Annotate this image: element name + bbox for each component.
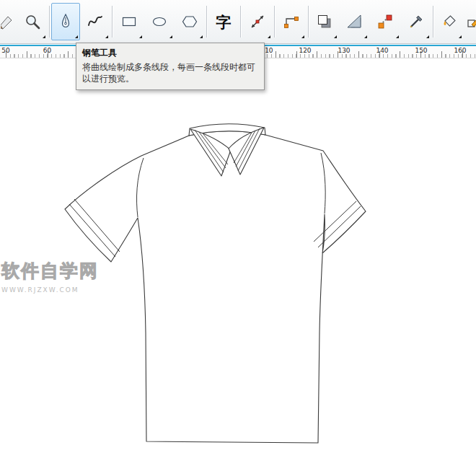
flyout-arrow-icon <box>364 35 367 38</box>
ruler-number: 150 <box>415 47 427 54</box>
rectangle-tool-button[interactable] <box>114 3 144 40</box>
toolbar-separator <box>112 6 113 38</box>
shirt-outline <box>65 131 366 443</box>
eyedropper-icon <box>407 13 425 30</box>
ruler-number: 50 <box>1 47 9 54</box>
ruler-number: 140 <box>376 47 388 54</box>
tooltip-title: 钢笔工具 <box>82 47 258 59</box>
toolbar-separator <box>274 6 275 38</box>
flyout-arrow-icon <box>334 35 337 38</box>
vector-editor-window: 字 <box>0 0 476 458</box>
flyout-arrow-icon <box>268 35 270 38</box>
text-tool-glyph: 字 <box>216 14 232 30</box>
zoom-tool-button[interactable] <box>17 3 48 40</box>
flyout-arrow-icon <box>75 35 78 38</box>
color-eyedropper-tool-button[interactable] <box>401 3 431 40</box>
drop-shadow-tool-button[interactable] <box>310 3 339 40</box>
text-tool-button[interactable]: 字 <box>208 3 239 40</box>
pen-tool-tooltip: 钢笔工具 将曲线绘制成多条线段，每画一条线段时都可以进行预览。 <box>76 43 265 90</box>
flyout-arrow-icon <box>169 35 172 38</box>
rectangle-icon <box>120 13 138 30</box>
connector-tool-button[interactable] <box>276 3 307 40</box>
crop-knife-tool-button[interactable] <box>0 3 17 40</box>
smart-fill-tool-button[interactable] <box>435 3 464 40</box>
tooltip-body: 将曲线绘制成多条线段，每画一条线段时都可以进行预览。 <box>82 61 258 84</box>
dimension-arrow-icon <box>249 13 266 30</box>
blend-tool-button[interactable] <box>369 3 401 40</box>
magnifier-icon <box>24 13 41 30</box>
flyout-arrow-icon <box>459 35 462 38</box>
pen-tool-button[interactable] <box>51 3 80 40</box>
contour-tool-button[interactable] <box>339 3 369 40</box>
polygon-icon <box>181 13 198 30</box>
flyout-arrow-icon <box>426 35 429 38</box>
paint-bucket-icon <box>441 13 458 30</box>
toolbar-separator <box>433 6 433 38</box>
drop-shadow-icon <box>316 13 333 30</box>
outline-pen-icon <box>466 13 476 30</box>
flyout-arrow-icon <box>105 35 108 38</box>
toolbar: 字 <box>0 0 476 44</box>
flyout-arrow-icon <box>139 35 142 38</box>
ellipse-icon <box>151 13 168 30</box>
contour-icon <box>345 13 363 30</box>
connector-icon <box>283 13 300 30</box>
blend-icon <box>376 13 394 30</box>
ellipse-tool-button[interactable] <box>144 3 175 40</box>
toolbar-separator <box>49 6 50 38</box>
pen-nib-icon <box>57 13 74 30</box>
flyout-arrow-icon <box>396 35 399 38</box>
ruler-number: 60 <box>43 47 51 54</box>
flyout-arrow-icon <box>301 35 304 38</box>
dimension-tool-button[interactable] <box>242 3 273 40</box>
flyout-arrow-icon <box>200 35 203 38</box>
artistic-media-tool-button[interactable] <box>80 3 110 40</box>
toolbar-separator <box>240 6 241 38</box>
toolbar-separator <box>206 6 207 38</box>
drawing-canvas[interactable]: 软件自学网 WWW.RJZXW.COM <box>0 58 476 458</box>
polygon-tool-button[interactable] <box>175 3 205 40</box>
toolbar-separator <box>308 6 309 38</box>
ruler-number: 160 <box>454 47 466 54</box>
polo-shirt-drawing[interactable] <box>0 58 476 458</box>
ruler-number: 120 <box>299 47 311 54</box>
outline-pen-tool-button[interactable] <box>464 3 476 40</box>
flyout-arrow-icon <box>43 35 45 38</box>
ruler-number: 130 <box>338 47 350 54</box>
knife-icon <box>0 13 14 30</box>
curve-squiggle-icon <box>87 13 104 30</box>
